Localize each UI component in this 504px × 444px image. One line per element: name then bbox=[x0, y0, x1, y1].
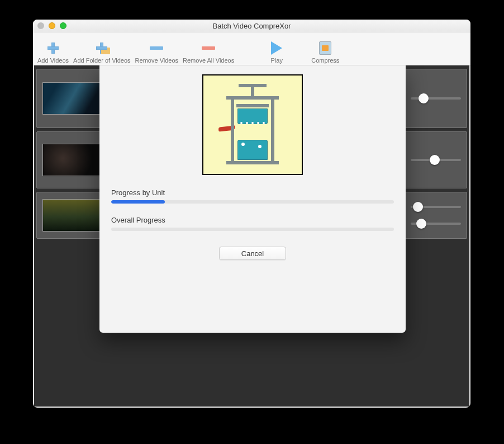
slider[interactable] bbox=[411, 159, 461, 161]
compress-icon bbox=[316, 41, 334, 55]
toolbar-label: Remove All Videos bbox=[183, 57, 234, 64]
toolbar: Add Videos Add Folder of Videos Remove V… bbox=[33, 32, 470, 65]
toolbar-label: Compress bbox=[311, 57, 339, 64]
toolbar-label: Add Videos bbox=[37, 57, 69, 64]
video-thumbnail bbox=[42, 82, 101, 115]
toolbar-label: Play bbox=[270, 57, 282, 64]
remove-videos-button[interactable]: Remove Videos bbox=[133, 34, 180, 64]
window-title: Batch Video CompreXor bbox=[213, 22, 291, 30]
toolbar-label: Add Folder of Videos bbox=[73, 57, 131, 64]
plus-icon bbox=[44, 41, 62, 55]
cancel-button[interactable]: Cancel bbox=[219, 247, 286, 260]
unit-progress-fill bbox=[111, 200, 165, 204]
slider[interactable] bbox=[411, 97, 461, 100]
row-sliders bbox=[411, 159, 461, 161]
plus-folder-icon bbox=[93, 41, 111, 55]
video-thumbnail bbox=[42, 144, 101, 176]
play-icon bbox=[268, 41, 286, 55]
play-button[interactable]: Play bbox=[265, 34, 288, 64]
compressor-illustration bbox=[202, 74, 303, 175]
zoom-icon[interactable] bbox=[60, 22, 66, 29]
minimize-icon[interactable] bbox=[49, 22, 55, 29]
row-sliders bbox=[411, 206, 461, 225]
slider[interactable] bbox=[411, 206, 461, 208]
overall-progress-bar bbox=[111, 228, 394, 231]
unit-progress-bar bbox=[111, 200, 394, 204]
window-controls bbox=[37, 22, 66, 29]
add-videos-button[interactable]: Add Videos bbox=[35, 34, 71, 64]
app-window: Batch Video CompreXor Add Videos Add Fol… bbox=[33, 20, 470, 408]
compress-button[interactable]: Compress bbox=[309, 34, 341, 64]
remove-all-button[interactable]: Remove All Videos bbox=[180, 34, 236, 64]
slider[interactable] bbox=[411, 223, 461, 225]
video-thumbnail bbox=[42, 199, 101, 232]
row-sliders bbox=[411, 97, 461, 100]
video-list: Progress by Unit Overall Progress Cancel bbox=[34, 65, 469, 407]
press-icon bbox=[222, 83, 283, 167]
progress-sheet: Progress by Unit Overall Progress Cancel bbox=[99, 65, 406, 333]
cancel-button-label: Cancel bbox=[241, 249, 264, 258]
close-icon[interactable] bbox=[37, 22, 44, 29]
toolbar-label: Remove Videos bbox=[135, 57, 178, 64]
add-folder-button[interactable]: Add Folder of Videos bbox=[71, 34, 133, 64]
titlebar: Batch Video CompreXor bbox=[33, 20, 470, 32]
overall-progress-label: Overall Progress bbox=[111, 216, 394, 224]
unit-progress-label: Progress by Unit bbox=[111, 188, 394, 197]
minus-red-icon bbox=[199, 41, 217, 55]
minus-icon bbox=[148, 41, 165, 55]
